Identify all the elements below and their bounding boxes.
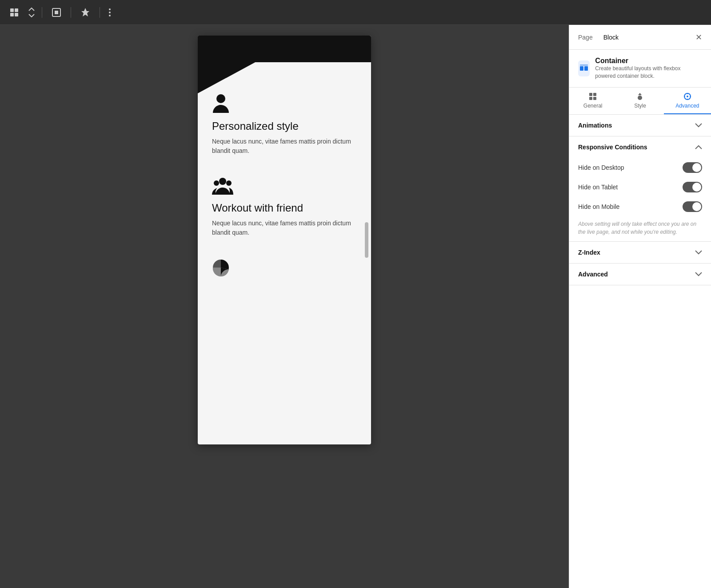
chart-icon: [212, 259, 357, 276]
header-graphic: [198, 36, 371, 93]
advanced-icon: [683, 92, 692, 101]
block-description: Create beautiful layouts with flexbox po…: [595, 65, 702, 80]
toolbar: [0, 0, 711, 25]
section-1-title: Personalized style: [212, 120, 357, 132]
phone-section-2: Workout with friend Neque lacus nunc, vi…: [212, 177, 357, 237]
toolbar-divider-1: [42, 7, 42, 18]
blocks-icon: [9, 7, 20, 18]
right-panel: Page Block ✕ Container Create beautiful …: [569, 25, 711, 588]
section-2-desc: Neque lacus nunc, vitae fames mattis pro…: [212, 219, 357, 237]
svg-rect-18: [589, 97, 592, 100]
hide-on-desktop-label: Hide on Desktop: [578, 164, 624, 171]
container-icon: [579, 63, 589, 74]
block-icon-wrap: [578, 60, 590, 76]
person-icon: [212, 93, 357, 113]
svg-point-10: [219, 178, 226, 185]
svg-rect-13: [580, 66, 583, 71]
advanced-chevron-down-icon: [695, 272, 702, 276]
z-index-title: Z-Index: [578, 249, 600, 256]
svg-point-22: [687, 96, 688, 97]
more-options-button[interactable]: [105, 5, 114, 20]
pin-icon: [80, 7, 91, 18]
select-block-button[interactable]: [48, 4, 65, 20]
style-icon: [635, 92, 644, 101]
z-index-header[interactable]: Z-Index: [569, 242, 711, 263]
block-info: Container Create beautiful layouts with …: [569, 50, 711, 88]
hide-on-mobile-row: Hide on Mobile: [569, 197, 711, 216]
toolbar-divider-3: [100, 7, 100, 18]
hide-on-desktop-row: Hide on Desktop: [569, 158, 711, 177]
responsive-conditions-section: Responsive Conditions Hide on Desktop Hi…: [569, 136, 711, 242]
responsive-conditions-chevron-up-icon: [695, 145, 702, 149]
svg-point-7: [109, 12, 111, 13]
responsive-conditions-header[interactable]: Responsive Conditions: [569, 136, 711, 158]
block-info-text: Container Create beautiful layouts with …: [595, 57, 702, 80]
chevron-up-icon: [28, 8, 35, 11]
sub-tab-style[interactable]: Style: [616, 88, 663, 114]
phone-section-3: [212, 259, 357, 276]
more-icon: [109, 8, 111, 17]
chevron-down-icon: [28, 14, 35, 17]
phone-preview: Personalized style Neque lacus nunc, vit…: [198, 36, 371, 444]
advanced-section-title: Advanced: [578, 271, 608, 278]
style-tab-label: Style: [634, 103, 646, 109]
hide-on-mobile-label: Hide on Mobile: [578, 203, 619, 210]
z-index-section: Z-Index: [569, 242, 711, 264]
svg-rect-14: [584, 66, 588, 71]
sub-tab-advanced[interactable]: Advanced: [664, 88, 711, 114]
svg-rect-2: [10, 13, 14, 16]
hide-on-tablet-row: Hide on Tablet: [569, 177, 711, 197]
general-tab-label: General: [583, 103, 603, 109]
block-title: Container: [595, 57, 702, 65]
select-icon: [51, 7, 62, 18]
hide-on-desktop-toggle[interactable]: [683, 162, 702, 173]
group-icon: [212, 177, 357, 195]
panel-tabs: Page Block: [578, 32, 619, 43]
z-index-chevron-down-icon: [695, 250, 702, 255]
svg-rect-5: [55, 11, 58, 14]
chevron-down-button[interactable]: [27, 13, 36, 18]
advanced-section-header[interactable]: Advanced: [569, 264, 711, 285]
hide-on-tablet-toggle[interactable]: [683, 182, 702, 192]
main-layout: Personalized style Neque lacus nunc, vit…: [0, 25, 711, 588]
pin-button[interactable]: [76, 4, 94, 20]
svg-rect-0: [10, 8, 14, 12]
svg-rect-16: [589, 93, 592, 96]
tab-block[interactable]: Block: [603, 32, 619, 43]
panel-header: Page Block ✕: [569, 25, 711, 50]
responsive-conditions-title: Responsive Conditions: [578, 144, 647, 151]
svg-point-8: [109, 15, 111, 16]
section-2-title: Workout with friend: [212, 202, 357, 214]
responsive-conditions-note: Above setting will only take effect once…: [569, 216, 711, 241]
chevron-up-button[interactable]: [27, 7, 36, 12]
section-1-desc: Neque lacus nunc, vitae fames mattis pro…: [212, 137, 357, 156]
animations-header[interactable]: Animations: [569, 115, 711, 136]
advanced-section: Advanced: [569, 264, 711, 285]
animations-chevron-down-icon: [695, 123, 702, 128]
animations-section: Animations: [569, 115, 711, 136]
svg-point-20: [638, 96, 642, 100]
svg-rect-17: [593, 93, 596, 96]
svg-point-9: [216, 94, 225, 103]
animations-title: Animations: [578, 122, 612, 129]
advanced-tab-label: Advanced: [675, 103, 699, 109]
scrollbar[interactable]: [365, 222, 368, 258]
svg-rect-19: [593, 97, 596, 100]
svg-rect-1: [15, 8, 18, 12]
svg-point-6: [109, 8, 111, 10]
sub-tabs: General Style: [569, 88, 711, 115]
canvas-area: Personalized style Neque lacus nunc, vit…: [0, 25, 569, 588]
toolbar-divider-2: [71, 7, 71, 18]
blocks-toggle-button[interactable]: [5, 4, 23, 20]
tab-page[interactable]: Page: [578, 32, 593, 43]
hide-on-mobile-toggle[interactable]: [683, 201, 702, 212]
svg-point-12: [226, 180, 232, 186]
hide-on-tablet-label: Hide on Tablet: [578, 184, 618, 191]
general-icon: [588, 92, 597, 101]
phone-section-1: Personalized style Neque lacus nunc, vit…: [212, 93, 357, 156]
svg-point-11: [214, 180, 219, 186]
svg-rect-3: [15, 13, 18, 16]
panel-close-button[interactable]: ✕: [695, 32, 702, 42]
sub-tab-general[interactable]: General: [569, 88, 616, 114]
svg-rect-15: [580, 64, 588, 66]
